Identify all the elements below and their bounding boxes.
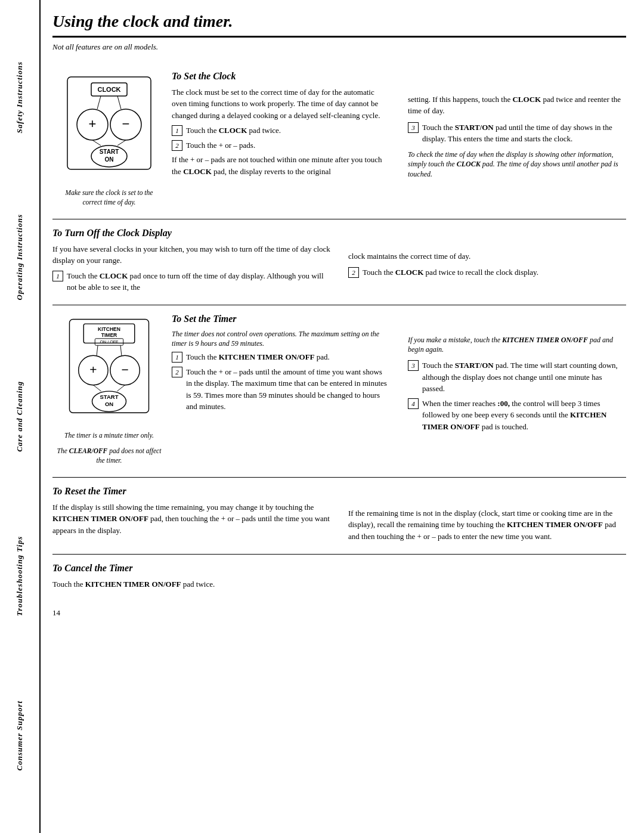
svg-text:+: + [89,116,97,131]
step-num-3: 3 [408,122,419,133]
section-set-clock: CLOCK + − START ON Make sure the clock i… [52,63,626,219]
sidebar-section-safety: Safety Instructions [15,18,24,177]
subtitle: Not all features are on all models. [52,41,626,53]
svg-text:+: + [89,362,97,376]
timer-step-1: 1 Touch the KITCHEN TIMER ON/OFF pad. [172,351,390,363]
set-clock-right: setting. If this happens, touch the CLOC… [402,71,626,210]
svg-text:ON / OFF: ON / OFF [100,340,119,345]
section-turn-off-clock: To Turn Off the Clock Display If you hav… [52,219,626,305]
svg-text:ON: ON [105,156,114,163]
set-clock-right-text: setting. If this happens, touch the CLOC… [408,94,626,117]
svg-text:START: START [100,148,119,155]
step-3-text: Touch the START/ON pad until the time of… [422,122,626,145]
svg-text:−: − [121,362,128,376]
reset-timer-body: If the display is still showing the time… [52,501,330,537]
turn-off-step-num-1: 1 [52,271,63,281]
clock-note: To check the time of day when the displa… [408,150,626,179]
timer-step-3: 3 Touch the START/ON pad. The time will … [408,360,626,395]
reset-timer-right-text: If the remaining time is not in the disp… [348,507,626,543]
turn-off-right-text: clock maintains the correct time of day. [348,250,626,262]
turn-off-step-1-text: Touch the CLOCK pad once to turn off the… [67,270,330,293]
timer-diagram: KITCHEN TIMER ON / OFF + − START ON [61,314,157,427]
step-1: 1 Touch the CLOCK pad twice. [172,125,390,137]
turn-off-step-1: 1 Touch the CLOCK pad once to turn off t… [52,270,330,293]
set-clock-content: To Set the Clock The clock must be set t… [172,71,626,210]
svg-line-11 [117,96,121,109]
clock-diagram-caption: Make sure the clock is set to thecorrect… [66,188,153,207]
turn-off-body: If you have several clocks in your kitch… [52,243,330,267]
timer-diagram-container: KITCHEN TIMER ON / OFF + − START ON [52,314,172,469]
step-2: 2 Touch the + or – pads. [172,140,390,151]
cancel-timer-left: To Cancel the Timer Touch the KITCHEN TI… [52,563,342,594]
timer-step-4-text: When the timer reaches :00, the control … [422,398,626,433]
timer-caption1: The timer is a minute timer only. [64,431,154,440]
sidebar-label-consumer: Consumer Support [15,701,24,771]
set-clock-body1: The clock must be set to the correct tim… [172,86,390,122]
svg-text:CLOCK: CLOCK [97,86,120,93]
step-1-text: Touch the CLOCK pad twice. [186,125,390,137]
step-num-2: 2 [172,140,182,151]
svg-text:START: START [100,394,119,400]
section-reset-timer: To Reset the Timer If the display is sti… [52,478,626,555]
sidebar-section-consumer: Consumer Support [15,656,24,815]
turn-off-step-2: 2 Touch the CLOCK pad twice to recall th… [348,267,626,278]
sidebar-section-troubleshooting: Troubleshooting Tips [15,496,24,655]
main-content: Using the clock and timer. Not all featu… [41,0,644,833]
svg-text:ON: ON [105,401,113,407]
set-clock-if-text: If the + or – pads are not touched withi… [172,154,390,177]
timer-step-num-3: 3 [408,360,419,371]
timer-step-num-2: 2 [172,367,182,377]
set-timer-left: To Set the Timer The timer does not cont… [172,314,402,469]
svg-line-27 [97,345,98,355]
svg-text:KITCHEN: KITCHEN [98,326,120,332]
set-timer-right: If you make a mistake, touch the KITCHEN… [402,314,626,469]
svg-line-10 [97,96,101,109]
sidebar-label-safety: Safety Instructions [15,61,24,134]
sidebar-section-operating: Operating Instructions [15,177,24,336]
clock-diagram: CLOCK + − START ON [61,71,157,184]
clock-diagram-container: CLOCK + − START ON Make sure the clock i… [52,71,172,210]
svg-line-13 [117,140,126,145]
step-num-1: 1 [172,125,182,136]
section-cancel-timer: To Cancel the Timer Touch the KITCHEN TI… [52,555,626,602]
sidebar-label-operating: Operating Instructions [15,214,24,300]
reset-timer-heading: To Reset the Timer [52,486,330,497]
turn-off-heading: To Turn Off the Clock Display [52,228,330,239]
svg-text:TIMER: TIMER [101,332,117,338]
cancel-timer-heading: To Cancel the Timer [52,563,330,574]
timer-step-num-1: 1 [172,352,182,363]
timer-step-4: 4 When the timer reaches :00, the contro… [408,398,626,433]
svg-line-28 [120,345,122,355]
turn-off-step-2-text: Touch the CLOCK pad twice to recall the … [363,267,626,278]
set-timer-heading: To Set the Timer [172,314,390,324]
sidebar-section-care: Care and Cleaning [15,337,24,496]
cancel-timer-right [342,563,626,594]
sidebar-label-care: Care and Cleaning [15,381,24,452]
timer-step-2: 2 Touch the + or – pads until the amount… [172,366,390,413]
sidebar-label-troubleshooting: Troubleshooting Tips [15,536,24,616]
turn-off-step-num-2: 2 [348,267,359,278]
sidebar: Safety Instructions Operating Instructio… [0,0,41,833]
turn-off-right: clock maintains the correct time of day.… [342,228,626,296]
turn-off-left: To Turn Off the Clock Display If you hav… [52,228,342,296]
timer-note: The timer does not control oven operatio… [172,329,390,349]
set-clock-left: To Set the Clock The clock must be set t… [172,71,402,210]
timer-step-2-text: Touch the + or – pads until the amount o… [186,366,390,413]
svg-line-12 [92,140,101,145]
cancel-timer-body: Touch the KITCHEN TIMER ON/OFF pad twice… [52,578,330,590]
svg-text:−: − [122,116,130,131]
reset-timer-left: To Reset the Timer If the display is sti… [52,486,342,546]
timer-step-3-text: Touch the START/ON pad. The time will st… [422,360,626,395]
section-set-timer: KITCHEN TIMER ON / OFF + − START ON [52,305,626,478]
page-number: 14 [52,607,626,619]
set-clock-heading: To Set the Clock [172,71,390,82]
page-title: Using the clock and timer. [52,12,626,38]
timer-step-1-text: Touch the KITCHEN TIMER ON/OFF pad. [186,351,390,363]
svg-line-29 [93,385,101,391]
step-3: 3 Touch the START/ON pad until the time … [408,122,626,145]
set-timer-content: To Set the Timer The timer does not cont… [172,314,626,469]
timer-caption2: The CLEAR/OFF pad does not affect the ti… [52,446,166,465]
svg-line-30 [117,385,125,391]
reset-timer-right: If the remaining time is not in the disp… [342,486,626,546]
timer-step-num-4: 4 [408,398,419,409]
